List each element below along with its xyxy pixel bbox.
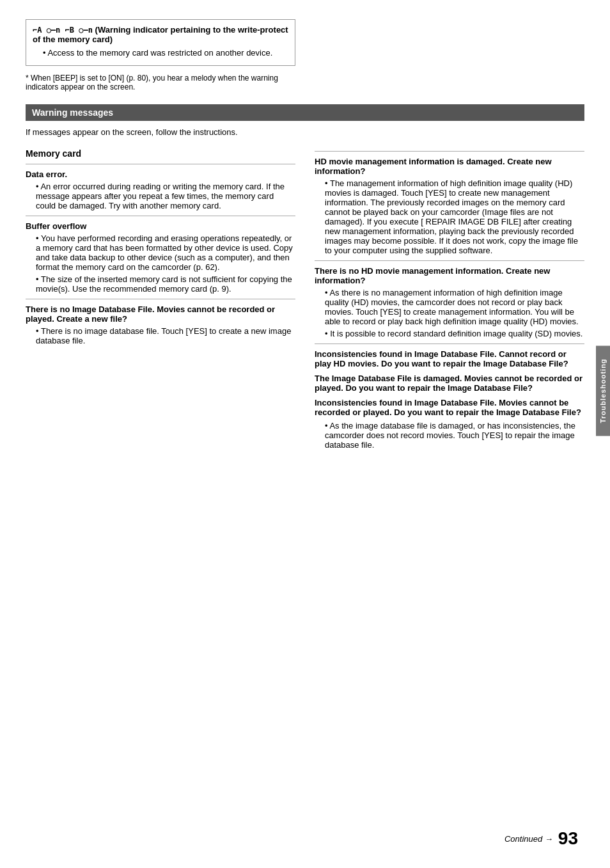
memory-card-heading: Memory card [26, 148, 295, 159]
troubleshooting-sidebar-tab: Troubleshooting [596, 345, 610, 436]
hd-management-damaged-section: HD movie management information is damag… [315, 157, 584, 255]
divider-2 [26, 216, 295, 216]
top-left-section: ⌐A ○—n ⌐B ○—n (Warning indicator pertain… [26, 19, 295, 98]
no-image-db-bullet-1: There is no image database file. Touch [… [36, 326, 295, 345]
inconsistencies-2-heading: Inconsistencies found in Image Database … [315, 398, 584, 417]
hd-management-damaged-heading: HD movie management information is damag… [315, 157, 584, 176]
no-image-db-heading: There is no Image Database File. Movies … [26, 304, 295, 324]
no-hd-management-heading: There is no HD movie management informat… [315, 266, 584, 285]
hd-management-damaged-bullet-1: The management information of high defin… [325, 178, 584, 255]
divider-r1 [315, 151, 584, 152]
no-hd-management-section: There is no HD movie management informat… [315, 266, 584, 338]
divider-3 [26, 299, 295, 299]
continued-text: Continued → [504, 834, 553, 844]
image-db-damaged: The Image Database File is damaged. Movi… [315, 374, 584, 393]
continued-label: Continued [504, 834, 542, 844]
buffer-overflow-bullet-1: You have performed recording and erasing… [36, 233, 295, 272]
warning-icon-text: ⌐A ○—n ⌐B ○—n [33, 26, 93, 35]
arrow-icon: → [545, 834, 553, 844]
buffer-overflow-bullet-2: The size of the inserted memory card is … [36, 274, 295, 294]
buffer-overflow-heading: Buffer overflow [26, 221, 295, 231]
divider-r2 [315, 260, 584, 261]
warning-intro: If messages appear on the screen, follow… [26, 127, 584, 137]
data-error-bullet-1: An error occurred during reading or writ… [36, 182, 295, 210]
warning-indicator-box: ⌐A ○—n ⌐B ○—n (Warning indicator pertain… [26, 19, 295, 66]
right-column: HD movie management information is damag… [315, 146, 584, 816]
page-number: 93 [558, 828, 578, 849]
no-image-db-section: There is no Image Database File. Movies … [26, 304, 295, 345]
warning-messages-header: Warning messages [26, 104, 584, 121]
warning-indicator-title: ⌐A ○—n ⌐B ○—n (Warning indicator pertain… [33, 25, 288, 44]
page-footer: Continued → 93 [26, 828, 584, 849]
top-right-placeholder [315, 19, 584, 98]
buffer-overflow-section: Buffer overflow You have performed recor… [26, 221, 295, 294]
beep-note: * When [BEEP] is set to [ON] (p. 80), yo… [26, 74, 295, 91]
divider-r3 [315, 343, 584, 344]
data-error-section: Data error. An error occurred during rea… [26, 170, 295, 210]
data-error-heading: Data error. [26, 170, 295, 179]
divider-1 [26, 164, 295, 164]
no-hd-management-bullet-1: As there is no management information of… [325, 288, 584, 326]
page: ⌐A ○—n ⌐B ○—n (Warning indicator pertain… [0, 0, 610, 868]
main-content: Memory card Data error. An error occurre… [26, 146, 584, 816]
inconsistencies-2-bullet-1: As the image database file is damaged, o… [325, 421, 584, 450]
no-hd-management-bullet-2: It is possible to record standard defini… [325, 329, 584, 338]
warning-bullet-1: Access to the memory card was restricted… [43, 48, 288, 58]
left-column: Memory card Data error. An error occurre… [26, 146, 295, 816]
inconsistencies-1: Inconsistencies found in Image Database … [315, 349, 584, 368]
